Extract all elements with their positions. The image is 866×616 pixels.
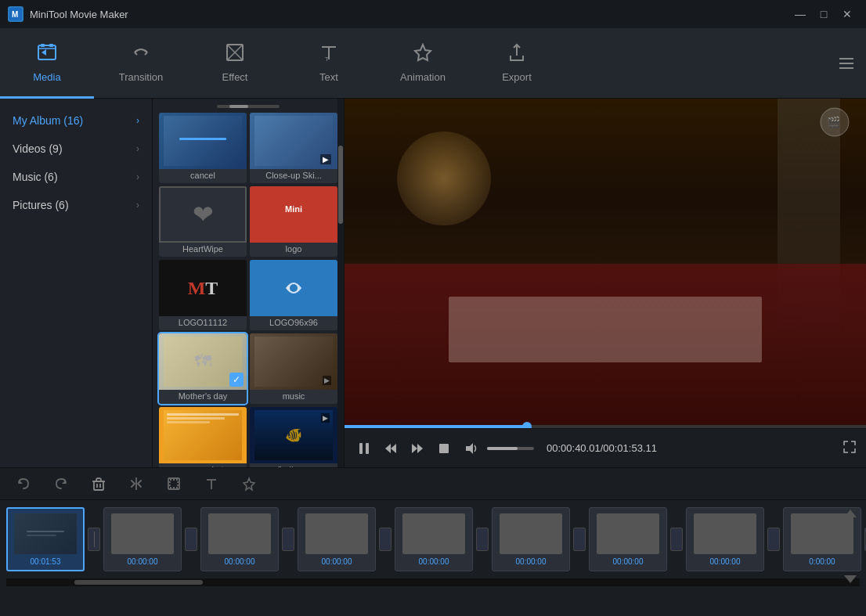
sidebar: My Album (16) › Videos (9) › Music (6) ›… bbox=[0, 99, 153, 467]
crop-button[interactable] bbox=[163, 473, 185, 495]
sidebar-videos-chevron: › bbox=[136, 143, 139, 154]
svg-rect-4 bbox=[49, 44, 53, 47]
media-item-screenshot[interactable]: screenshot bbox=[159, 407, 247, 467]
media-check-mothers-day: ✓ bbox=[229, 373, 244, 387]
timeline-clip-5[interactable]: 00:00:00 bbox=[395, 507, 473, 571]
svg-marker-22 bbox=[417, 444, 423, 453]
sidebar-music-label: Music (6) bbox=[13, 171, 58, 183]
timeline-clip-4[interactable]: 00:00:00 bbox=[298, 507, 376, 571]
tab-export[interactable]: Export bbox=[470, 28, 564, 99]
media-label-logo: logo bbox=[250, 243, 337, 257]
timeline-tracks[interactable]: 00:01:53 00:00:00 00:00:00 00:00:00 bbox=[0, 500, 866, 578]
media-thumb-cancel bbox=[159, 113, 247, 169]
media-grid: cancel ▶ Close-up Ski... ❤ bbox=[156, 110, 341, 467]
stop-button[interactable] bbox=[434, 438, 454, 459]
menu-button[interactable] bbox=[827, 28, 866, 99]
fullscreen-button[interactable] bbox=[843, 440, 857, 457]
tab-animation[interactable]: Animation bbox=[376, 28, 470, 99]
tab-animation-label: Animation bbox=[400, 71, 446, 83]
media-item-logo[interactable]: Mini Tool logo bbox=[250, 186, 337, 257]
media-item-closeup[interactable]: ▶ Close-up Ski... bbox=[250, 113, 337, 183]
sidebar-my-album-label: My Album (16) bbox=[13, 114, 83, 127]
sidebar-item-pictures[interactable]: Pictures (6) › bbox=[0, 191, 152, 219]
maximize-button[interactable]: □ bbox=[813, 5, 835, 23]
tab-transition-label: Transition bbox=[119, 71, 164, 83]
svg-marker-35 bbox=[844, 510, 857, 517]
media-thumb-mothers-day: 🗺 ✓ bbox=[159, 333, 247, 390]
play-pause-button[interactable] bbox=[354, 438, 374, 459]
timeline-clip-7[interactable]: 00:00:00 bbox=[589, 507, 667, 571]
media-scroll-area[interactable]: cancel ▶ Close-up Ski... ❤ bbox=[153, 99, 344, 467]
sidebar-item-videos[interactable]: Videos (9) › bbox=[0, 135, 152, 163]
sidebar-item-my-album[interactable]: My Album (16) › bbox=[0, 106, 152, 135]
media-item-heartwipe[interactable]: ❤ HeartWipe bbox=[159, 186, 247, 257]
motion-button[interactable] bbox=[238, 473, 260, 495]
fast-forward-button[interactable] bbox=[407, 438, 428, 459]
rewind-button[interactable] bbox=[381, 438, 401, 459]
media-thumb-heartwipe: ❤ bbox=[159, 186, 247, 243]
media-item-logo11112[interactable]: MT LOGO11112 bbox=[159, 260, 247, 330]
media-item-cancel[interactable]: cancel bbox=[159, 113, 247, 183]
svg-text:🎬: 🎬 bbox=[827, 116, 841, 129]
transition-handle-4[interactable] bbox=[379, 528, 392, 551]
media-label-closeup: Close-up Ski... bbox=[250, 169, 337, 183]
svg-point-14 bbox=[290, 284, 298, 292]
media-item-music[interactable]: ▶ music bbox=[250, 333, 337, 404]
volume-button[interactable] bbox=[460, 438, 481, 459]
text-tool-button[interactable] bbox=[200, 473, 222, 495]
volume-slider[interactable] bbox=[487, 447, 534, 450]
split-button[interactable] bbox=[125, 473, 147, 495]
timeline-clip-1[interactable]: 00:01:53 bbox=[6, 507, 85, 571]
media-thumb-music: ▶ bbox=[250, 333, 337, 390]
timeline-clip-8[interactable]: 00:00:00 bbox=[686, 507, 764, 571]
text-icon: T bbox=[318, 41, 340, 67]
media-label-logo96x96: LOGO96x96 bbox=[250, 316, 337, 330]
minimize-button[interactable]: — bbox=[789, 5, 811, 23]
sidebar-videos-label: Videos (9) bbox=[13, 142, 63, 155]
tab-transition[interactable]: Transition bbox=[94, 28, 188, 99]
clip-time-1: 00:01:53 bbox=[31, 557, 61, 566]
bottom-toolbar bbox=[0, 467, 866, 500]
transition-handle-6[interactable] bbox=[573, 528, 586, 551]
delete-button[interactable] bbox=[88, 473, 110, 495]
media-label-finding: finding... bbox=[250, 463, 337, 467]
transition-handle-3[interactable] bbox=[282, 528, 294, 551]
tab-media[interactable]: Media bbox=[0, 28, 94, 99]
svg-text:T: T bbox=[325, 56, 329, 63]
clip-thumb-1 bbox=[14, 513, 77, 554]
media-icon bbox=[36, 41, 58, 67]
media-thumb-logo11112: MT bbox=[159, 260, 247, 316]
media-thumb-finding: ▶ 🐠 bbox=[250, 407, 337, 463]
transition-handle-1[interactable] bbox=[88, 528, 100, 551]
redo-button[interactable] bbox=[50, 473, 72, 495]
transition-handle-7[interactable] bbox=[670, 528, 683, 551]
media-label-screenshot: screenshot bbox=[159, 463, 247, 467]
svg-marker-25 bbox=[19, 480, 23, 484]
transition-handle-8[interactable] bbox=[767, 528, 780, 551]
timeline-hscrollbar[interactable] bbox=[6, 578, 860, 586]
tab-text[interactable]: T Text bbox=[282, 28, 376, 99]
sidebar-pictures-chevron: › bbox=[136, 200, 139, 211]
transition-handle-5[interactable] bbox=[476, 528, 489, 551]
video-progress-bar[interactable] bbox=[345, 425, 866, 428]
sidebar-item-music[interactable]: Music (6) › bbox=[0, 163, 152, 191]
tab-effect[interactable]: Effect bbox=[188, 28, 282, 99]
media-thumb-closeup: ▶ bbox=[250, 113, 337, 169]
sidebar-my-album-chevron: › bbox=[136, 115, 139, 126]
svg-rect-23 bbox=[439, 444, 449, 453]
timeline: 00:01:53 00:00:00 00:00:00 00:00:00 bbox=[0, 500, 866, 616]
undo-button[interactable] bbox=[13, 473, 34, 495]
media-thumb-logo96x96 bbox=[250, 260, 337, 316]
transition-handle-2[interactable] bbox=[185, 528, 197, 551]
media-item-mothers-day[interactable]: 🗺 ✓ Mother's day bbox=[159, 333, 247, 404]
timeline-clip-3[interactable]: 00:00:00 bbox=[200, 507, 279, 571]
media-item-finding[interactable]: ▶ 🐠 finding... bbox=[250, 407, 337, 467]
close-button[interactable]: ✕ bbox=[836, 5, 858, 23]
media-label-logo11112: LOGO11112 bbox=[159, 316, 247, 330]
timeline-clip-6[interactable]: 00:00:00 bbox=[492, 507, 570, 571]
animation-icon bbox=[412, 41, 434, 67]
svg-rect-17 bbox=[359, 443, 363, 454]
media-item-logo96x96[interactable]: LOGO96x96 bbox=[250, 260, 337, 330]
svg-rect-31 bbox=[170, 480, 178, 488]
timeline-clip-2[interactable]: 00:00:00 bbox=[103, 507, 182, 571]
